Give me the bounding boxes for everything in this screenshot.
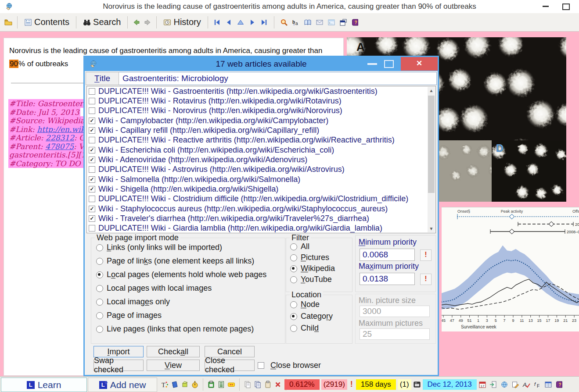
max-priority-warning-button[interactable]: !	[420, 274, 432, 285]
max-priority-input[interactable]: 0.0138	[360, 273, 415, 285]
copy-pages-icon[interactable]	[254, 381, 262, 388]
radio-icon[interactable]	[290, 254, 297, 261]
article-list[interactable]: DUPLICATE!!! Wiki - Gastroenteritis (htt…	[86, 86, 436, 233]
article-row[interactable]: ✓Wiki - Adenoviridae (http://en.wikipedi…	[87, 155, 435, 164]
package-icon[interactable]	[181, 381, 189, 388]
article-checkbox-icon[interactable]: ✓	[89, 215, 95, 222]
swap-checked-button[interactable]: Swap checked	[94, 360, 144, 371]
radio-option[interactable]: Page of links (one element keeps all lin…	[96, 257, 281, 266]
help-book-icon[interactable]: ?	[555, 381, 563, 388]
radio-option[interactable]: Pictures	[290, 253, 349, 262]
radio-icon[interactable]	[96, 326, 103, 333]
nav-up-icon[interactable]	[237, 18, 245, 26]
radio-icon[interactable]	[96, 258, 103, 265]
dialog-minimize-button[interactable]	[367, 63, 377, 65]
read-book-icon[interactable]	[304, 18, 312, 26]
history-button[interactable]: History	[162, 16, 202, 29]
article-row[interactable]: ✓Wiki - Salmonella (http://en.wikipedia.…	[87, 175, 435, 184]
nav-next-icon[interactable]	[248, 18, 256, 26]
article-checkbox-icon[interactable]: ✓	[89, 157, 95, 163]
radio-option[interactable]: Category	[290, 312, 349, 321]
notes-list-icon[interactable]	[217, 381, 225, 388]
radio-option[interactable]: Local pages with local images	[96, 284, 281, 293]
contents-button[interactable]: Contents	[22, 16, 71, 29]
close-browser-checkbox[interactable]: Close browser	[258, 361, 321, 370]
window-maximize-button[interactable]	[557, 0, 575, 13]
element-count-badge[interactable]: (2919)	[321, 379, 347, 390]
retention-badge[interactable]: 0.612%	[284, 379, 320, 390]
article-checkbox-icon[interactable]: ✓	[89, 147, 95, 153]
scroll-down-icon[interactable]: ▼	[428, 225, 435, 232]
article-row[interactable]: ✓Wiki - Staphylococcus aureus (http://en…	[87, 204, 435, 214]
oven-icon[interactable]	[413, 381, 421, 388]
radio-icon[interactable]	[96, 244, 103, 251]
article-checkbox-icon[interactable]	[89, 107, 95, 114]
article-row[interactable]: ✓Wiki - Traveler's diarrhea (http://en.w…	[87, 214, 435, 223]
article-checkbox-icon[interactable]	[89, 225, 95, 232]
article-checkbox-icon[interactable]	[89, 98, 95, 104]
article-checkbox-icon[interactable]: ✓	[89, 206, 95, 212]
dialog-titlebar[interactable]: 17 web articles available ✕	[85, 57, 438, 71]
export-page-icon[interactable]	[489, 381, 497, 388]
article-row[interactable]: DUPLICATE!!! Wiki - Norovirus (http://en…	[87, 106, 435, 116]
article-row[interactable]: DUPLICATE!!! Wiki - Giardia lamblia (htt…	[87, 224, 435, 233]
radio-icon[interactable]	[96, 312, 103, 319]
reference-link[interactable]: 228312	[46, 133, 74, 142]
radio-option[interactable]: Links (only links will be imported)	[96, 243, 281, 252]
dialog-maximize-button[interactable]	[384, 60, 394, 68]
priority-warning-icon[interactable]: !	[349, 380, 354, 389]
dictionary-book-icon[interactable]	[171, 381, 179, 388]
radio-option[interactable]: All	[290, 242, 349, 251]
calendar-17-icon[interactable]: 17	[478, 381, 486, 388]
clipboard-empty-icon[interactable]	[264, 381, 272, 388]
dialog-close-button[interactable]: ✕	[401, 57, 438, 71]
nav-prev-icon[interactable]	[225, 18, 233, 26]
reference-link[interactable]: 478075	[45, 142, 74, 151]
back-arrow-icon[interactable]	[133, 18, 140, 26]
open-folder-icon[interactable]	[4, 18, 12, 26]
list-scrollbar[interactable]: ▲ ▼	[428, 87, 435, 232]
min-priority-input[interactable]: 0.0068	[360, 249, 415, 261]
radio-icon[interactable]	[96, 271, 103, 278]
radio-option[interactable]: Page of images	[96, 311, 281, 320]
scrollbar-thumb[interactable]	[428, 96, 435, 193]
article-checkbox-icon[interactable]	[89, 88, 95, 95]
radio-option[interactable]: YouTube	[290, 275, 349, 284]
close-checked-button[interactable]: Close checked	[205, 360, 255, 371]
article-checkbox-icon[interactable]: ✓	[89, 186, 95, 192]
spellcheck-a-icon[interactable]: A	[522, 381, 530, 388]
radio-option[interactable]: Local pages (elements hold whole web pag…	[96, 270, 281, 279]
radio-option[interactable]: Live pages (links that open remote pages…	[96, 324, 281, 334]
radio-icon[interactable]	[290, 243, 297, 250]
text-format-icon[interactable]: T	[161, 381, 169, 388]
radio-option[interactable]: Wikipedia	[290, 264, 349, 273]
sync-globe-icon[interactable]	[500, 381, 508, 388]
days-count-badge[interactable]: (1)	[398, 379, 411, 390]
notes-pencil-icon[interactable]	[511, 381, 519, 388]
layout-window-icon[interactable]	[339, 18, 347, 26]
title-input[interactable]: Gastroenteritis: Microbiology	[119, 72, 437, 85]
nav-first-icon[interactable]	[213, 18, 221, 26]
learn-button[interactable]: L Learn	[1, 378, 87, 392]
radio-icon[interactable]	[96, 299, 103, 306]
help-book-icon[interactable]: ?	[351, 18, 359, 26]
days-badge[interactable]: 158 days	[356, 379, 396, 390]
scroll-up-icon[interactable]: ▲	[428, 87, 435, 94]
article-checkbox-icon[interactable]	[89, 137, 95, 143]
article-checkbox-icon[interactable]	[89, 196, 95, 202]
article-row[interactable]: ✓Wiki - Campylobacter (http://en.wikiped…	[87, 116, 435, 125]
radio-icon[interactable]	[290, 301, 297, 308]
radio-icon[interactable]	[96, 285, 103, 292]
check-all-button[interactable]: Check all	[147, 346, 200, 357]
comment-tag-icon[interactable]	[227, 381, 235, 388]
article-row[interactable]: DUPLICATE!!! Wiki - Clostridium difficil…	[87, 194, 435, 204]
zoom-magnifier-icon[interactable]	[280, 18, 288, 26]
copy-stack-icon[interactable]	[244, 381, 252, 388]
mail-envelope-icon[interactable]	[316, 18, 324, 26]
delete-x-icon[interactable]	[274, 381, 282, 388]
radio-option[interactable]: Child	[290, 324, 349, 333]
stopwatch-icon[interactable]	[191, 381, 199, 388]
window-minimize-button[interactable]	[537, 0, 554, 13]
window-grid-icon[interactable]	[544, 381, 552, 388]
view-button[interactable]: View	[147, 360, 200, 371]
